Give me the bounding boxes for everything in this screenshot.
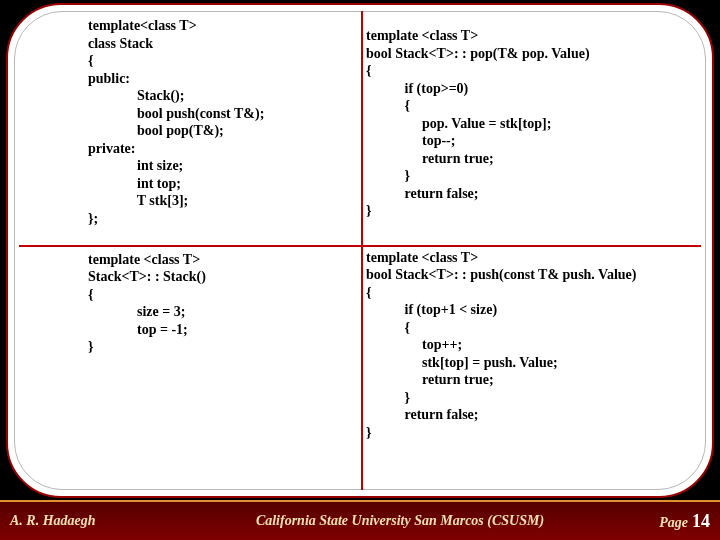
slide-content: template<class T> class Stack { public: … <box>8 15 712 486</box>
footer-page-label: Page <box>659 515 688 530</box>
footer-page: Page14 <box>620 511 720 532</box>
slide-frame: template<class T> class Stack { public: … <box>6 3 714 498</box>
code-push: template <class T> bool Stack<T>: : push… <box>360 245 712 485</box>
code-constructor: template <class T> Stack<T>: : Stack() {… <box>8 245 360 485</box>
code-declaration: template<class T> class Stack { public: … <box>8 15 360 243</box>
code-pop: template <class T> bool Stack<T>: : pop(… <box>360 15 712 243</box>
footer-affiliation: California State University San Marcos (… <box>180 513 620 529</box>
slide-footer: A. R. Hadaegh California State Universit… <box>0 500 720 540</box>
footer-author: A. R. Hadaegh <box>0 513 180 529</box>
footer-page-number: 14 <box>692 511 710 531</box>
